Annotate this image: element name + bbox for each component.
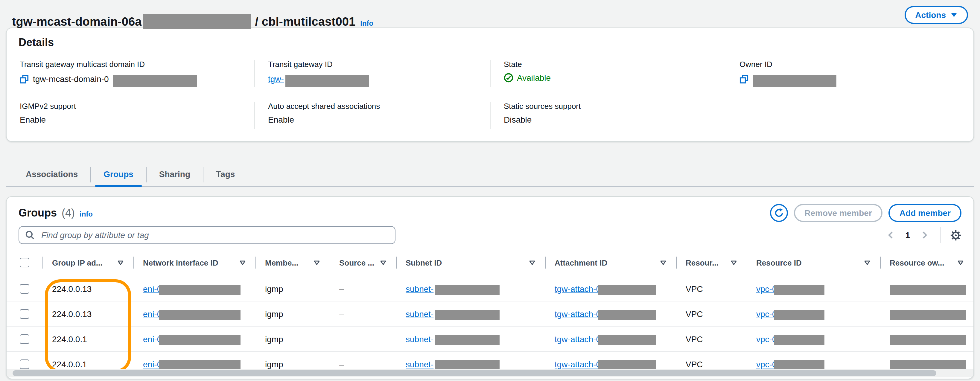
column-header-network-interface[interactable]: Network interface ID bbox=[134, 249, 256, 276]
redacted-value bbox=[752, 75, 837, 87]
groups-panel: Groups (4) info Remove member Add member bbox=[6, 196, 974, 379]
field-owner-id: Owner ID bbox=[726, 60, 961, 87]
refresh-button[interactable] bbox=[770, 204, 788, 222]
filter-icon bbox=[313, 260, 320, 265]
field-auto-accept: Auto accept shared associations Enable bbox=[254, 102, 490, 129]
state-value: Available bbox=[517, 73, 551, 83]
row-checkbox[interactable] bbox=[20, 334, 29, 344]
groups-title: Groups bbox=[19, 206, 57, 219]
redacted-value bbox=[890, 284, 966, 295]
group-ip-value: 224.0.0.13 bbox=[52, 284, 92, 294]
details-heading: Details bbox=[19, 37, 961, 49]
member-type-value: igmp bbox=[265, 359, 283, 369]
copy-icon[interactable] bbox=[740, 75, 748, 83]
attachment-link[interactable]: tgw-attach-0 bbox=[555, 309, 601, 319]
row-checkbox[interactable] bbox=[20, 284, 29, 294]
filter-icon bbox=[239, 260, 246, 265]
source-value: – bbox=[339, 359, 344, 369]
redacted-value bbox=[435, 335, 499, 345]
network-interface-link[interactable]: eni-0 bbox=[143, 334, 162, 344]
redacted-value bbox=[286, 75, 369, 87]
search-box bbox=[19, 226, 396, 244]
member-type-value: igmp bbox=[265, 334, 283, 344]
redacted-value bbox=[159, 360, 240, 370]
attachment-link[interactable]: tgw-attach-0 bbox=[555, 359, 601, 369]
status-available-icon bbox=[504, 73, 513, 83]
horizontal-scrollbar[interactable] bbox=[13, 370, 936, 376]
member-type-value: igmp bbox=[265, 284, 283, 294]
field-transit-gateway-id: Transit gateway ID tgw- bbox=[254, 60, 490, 87]
attachment-link[interactable]: tgw-attach-0 bbox=[555, 284, 601, 294]
table-header-row: Group IP ad... Network interface ID Memb… bbox=[6, 249, 974, 276]
redacted-value bbox=[113, 75, 197, 87]
network-interface-link[interactable]: eni-0 bbox=[143, 359, 162, 369]
settings-icon bbox=[950, 229, 961, 241]
search-input[interactable] bbox=[40, 230, 389, 240]
page-title-prefix: tgw-mcast-domain-06a bbox=[12, 15, 142, 29]
resource-id-link[interactable]: vpc-0 bbox=[756, 284, 776, 294]
subnet-link[interactable]: subnet- bbox=[406, 334, 433, 344]
table-body: 224.0.0.13 eni-0 igmp – subnet- tgw-atta… bbox=[6, 276, 974, 377]
redacted-value bbox=[598, 335, 656, 345]
filter-icon bbox=[529, 260, 536, 265]
field-label: IGMPv2 support bbox=[20, 102, 254, 111]
attachment-link[interactable]: tgw-attach-0 bbox=[555, 334, 601, 344]
network-interface-link[interactable]: eni-0 bbox=[143, 284, 162, 294]
resource-id-link[interactable]: vpc-0 bbox=[756, 334, 776, 344]
redacted-value bbox=[159, 284, 240, 295]
resource-id-link[interactable]: vpc-0 bbox=[756, 359, 776, 369]
field-empty bbox=[726, 102, 961, 129]
row-checkbox[interactable] bbox=[20, 309, 29, 319]
field-value: tgw-mcast-domain-0 bbox=[33, 74, 109, 84]
page-title-name: cbl-mutilcast001 bbox=[262, 15, 355, 29]
tab-groups[interactable]: Groups bbox=[91, 163, 146, 186]
group-ip-value: 224.0.0.1 bbox=[52, 359, 87, 369]
next-page-button[interactable] bbox=[918, 229, 930, 241]
column-header-subnet-id[interactable]: Subnet ID bbox=[396, 249, 545, 276]
page-number[interactable]: 1 bbox=[904, 230, 911, 240]
column-header-attachment-id[interactable]: Attachment ID bbox=[545, 249, 676, 276]
subnet-link[interactable]: subnet- bbox=[406, 284, 433, 294]
source-value: – bbox=[339, 309, 344, 319]
subnet-link[interactable]: subnet- bbox=[406, 309, 433, 319]
actions-button[interactable]: Actions bbox=[904, 6, 968, 24]
field-value: Disable bbox=[504, 115, 531, 124]
tab-tags[interactable]: Tags bbox=[204, 163, 247, 186]
resource-id-link[interactable]: vpc-0 bbox=[756, 309, 776, 319]
actions-button-label: Actions bbox=[915, 10, 946, 20]
redacted-value bbox=[598, 360, 656, 370]
groups-info-link[interactable]: info bbox=[80, 210, 93, 218]
tab-associations[interactable]: Associations bbox=[13, 163, 90, 186]
network-interface-link[interactable]: eni-0 bbox=[143, 309, 162, 319]
table-settings-button[interactable] bbox=[950, 229, 961, 241]
tab-sharing[interactable]: Sharing bbox=[146, 163, 203, 186]
redacted-value bbox=[598, 310, 656, 320]
member-type-value: igmp bbox=[265, 309, 283, 319]
pagination: 1 bbox=[885, 227, 961, 243]
page-title: tgw-mcast-domain-06a / cbl-mutilcast001 bbox=[12, 14, 355, 30]
filter-icon bbox=[730, 260, 737, 265]
column-header-member-type[interactable]: Membe... bbox=[256, 249, 330, 276]
details-panel: Details Transit gateway multicast domain… bbox=[6, 27, 974, 142]
copy-icon[interactable] bbox=[20, 75, 29, 83]
field-igmpv2-support: IGMPv2 support Enable bbox=[19, 102, 254, 129]
column-header-resource-id[interactable]: Resource ID bbox=[747, 249, 880, 276]
table-row: 224.0.0.13 eni-0 igmp – subnet- tgw-atta… bbox=[6, 276, 974, 302]
add-member-button[interactable]: Add member bbox=[889, 204, 961, 222]
resource-type-value: VPC bbox=[686, 334, 703, 344]
row-checkbox[interactable] bbox=[20, 359, 29, 369]
column-header-resource-owner[interactable]: Resource ow... bbox=[880, 249, 974, 276]
column-header-group-ip[interactable]: Group IP ad... bbox=[43, 249, 134, 276]
column-header-source[interactable]: Source ... bbox=[330, 249, 396, 276]
subnet-link[interactable]: subnet- bbox=[406, 359, 433, 369]
select-all-checkbox[interactable] bbox=[20, 258, 29, 267]
remove-member-button[interactable]: Remove member bbox=[794, 204, 883, 222]
redacted-value bbox=[774, 310, 824, 320]
column-header-resource-type[interactable]: Resour... bbox=[676, 249, 747, 276]
search-icon bbox=[25, 230, 35, 240]
title-info-link[interactable]: Info bbox=[360, 19, 373, 28]
redacted-value bbox=[890, 335, 966, 345]
transit-gateway-link[interactable]: tgw- bbox=[268, 74, 284, 84]
previous-page-button[interactable] bbox=[885, 229, 897, 241]
add-member-label: Add member bbox=[899, 208, 951, 218]
